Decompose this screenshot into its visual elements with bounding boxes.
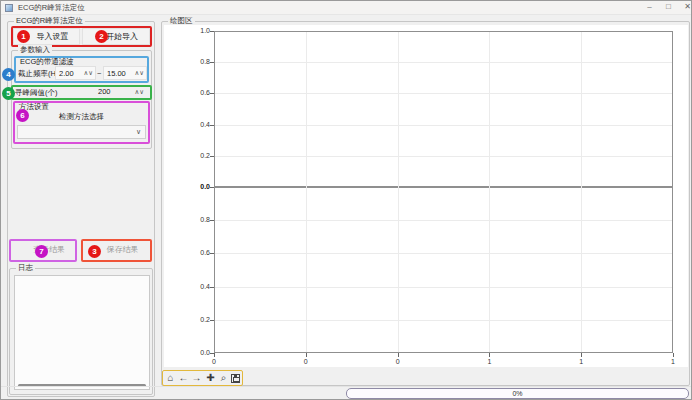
x-tick-label: 1 <box>481 358 497 366</box>
peak-threshold-spinbox[interactable]: 200 ∧∨ <box>76 86 146 99</box>
low-cutoff-spinbox[interactable]: 2.00 ∧∨ <box>55 66 96 80</box>
back-icon[interactable]: ← <box>177 371 190 385</box>
y-tick-label: 0.8 <box>184 216 210 224</box>
close-button[interactable]: ✕ <box>679 1 692 13</box>
x-tick-mark <box>673 353 674 357</box>
log-output[interactable] <box>14 275 150 390</box>
y-tick-label: 0.2 <box>184 152 210 160</box>
save-icon[interactable] <box>229 371 242 385</box>
y-tick-label: 0.8 <box>184 58 210 66</box>
y-tick-label: 0.6 <box>184 249 210 257</box>
badge-5: 5 <box>2 87 15 100</box>
badge-4: 4 <box>2 68 15 81</box>
x-tick-mark <box>306 353 307 357</box>
plot-canvas[interactable]: 1.00.80.60.40.20.00.80.60.40.20.0000111 <box>164 25 688 367</box>
x-tick-mark <box>214 353 215 357</box>
left-panel-group-title: ECG的R峰算法定位 <box>14 16 85 26</box>
method-combobox[interactable]: ∨ <box>17 125 146 139</box>
low-cutoff-value[interactable]: 2.00 <box>59 69 74 78</box>
method-select-label: 检测方法选择 <box>13 112 150 122</box>
statusbar-divider <box>1 386 691 387</box>
peak-threshold-value[interactable]: 200 <box>98 87 111 96</box>
y-tick-label: 0.0 <box>184 349 210 357</box>
spinner-arrows-icon[interactable]: ∧∨ <box>83 69 93 77</box>
app-window: ECG的R峰算法定位 – □ ✕ ECG的R峰算法定位 导入设置 开始导入 1 … <box>0 0 692 400</box>
x-tick-mark <box>489 353 490 357</box>
x-tick-label: 1 <box>665 358 681 366</box>
start-import-button[interactable]: 开始导入 <box>82 28 150 45</box>
floppy-glyph <box>231 374 240 383</box>
y-tick-label: 0.0 <box>184 183 210 191</box>
home-icon[interactable]: ⌂ <box>164 371 177 385</box>
y-tick-label: 0.6 <box>184 89 210 97</box>
y-tick-label: 0.2 <box>184 316 210 324</box>
high-cutoff-value[interactable]: 15.00 <box>107 69 126 78</box>
log-group: 日志 <box>9 268 153 395</box>
forward-icon[interactable]: → <box>190 371 203 385</box>
x-tick-label: 0 <box>206 358 222 366</box>
badge-1: 1 <box>17 30 30 43</box>
progress-bar: 0% <box>346 388 689 399</box>
y-tick-label: 1.0 <box>184 27 210 35</box>
high-cutoff-spinbox[interactable]: 15.00 ∧∨ <box>103 66 147 80</box>
gridline-v <box>581 32 582 352</box>
x-tick-mark <box>581 353 582 357</box>
title-bar: ECG的R峰算法定位 – □ ✕ <box>1 1 691 15</box>
chevron-down-icon[interactable]: ∨ <box>136 128 141 136</box>
subplot-top <box>214 31 673 187</box>
badge-3: 3 <box>88 245 101 258</box>
pan-icon[interactable]: ✚ <box>204 371 217 385</box>
spinner-arrows-icon[interactable]: ∧∨ <box>134 69 144 77</box>
badge-7: 7 <box>35 245 48 258</box>
gridline-v <box>489 32 490 352</box>
peak-threshold-label: 寻峰阈值(个) <box>15 88 58 98</box>
y-tick-label: 0.4 <box>184 121 210 129</box>
minimize-button[interactable]: – <box>641 1 658 13</box>
plot-axes: 1.00.80.60.40.20.00.80.60.40.20.0000111 <box>214 31 673 353</box>
x-tick-label: 0 <box>390 358 406 366</box>
spinner-arrows-icon[interactable]: ∧∨ <box>134 88 144 96</box>
gridline-v <box>398 32 399 352</box>
x-tick-label: 0 <box>298 358 314 366</box>
maximize-button[interactable]: □ <box>660 1 677 13</box>
window-title: ECG的R峰算法定位 <box>18 3 85 13</box>
badge-2: 2 <box>95 30 108 43</box>
progress-text: 0% <box>512 390 522 397</box>
gridline-v <box>306 32 307 352</box>
badge-6: 6 <box>16 109 29 122</box>
range-separator: ~ <box>97 69 101 79</box>
log-group-title: 日志 <box>16 263 35 273</box>
app-icon <box>5 4 13 12</box>
x-tick-mark <box>398 353 399 357</box>
y-tick-label: 0.4 <box>184 283 210 291</box>
params-group-title: 参数输入 <box>18 45 52 55</box>
subplot-bottom <box>214 187 673 353</box>
x-tick-label: 1 <box>573 358 589 366</box>
